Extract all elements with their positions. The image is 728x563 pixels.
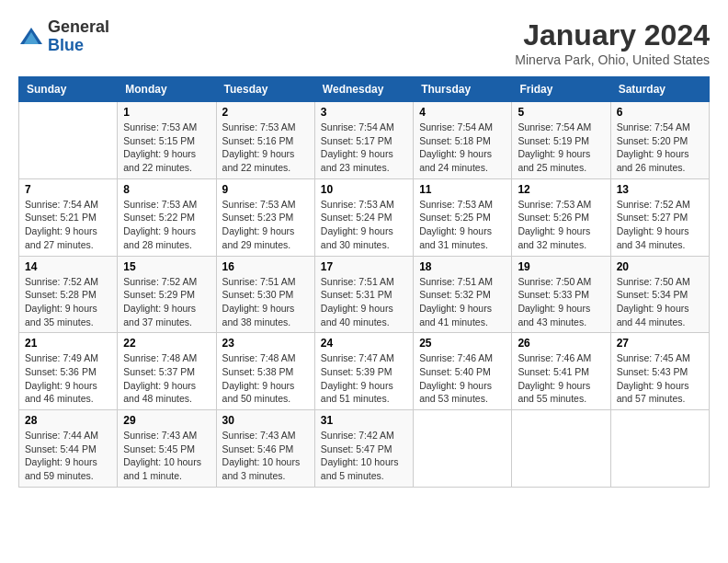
day-info: Sunrise: 7:51 AMSunset: 5:30 PMDaylight:… (222, 275, 309, 329)
day-number: 11 (419, 183, 506, 196)
day-number: 17 (321, 260, 407, 273)
day-info: Sunrise: 7:50 AMSunset: 5:34 PMDaylight:… (617, 275, 703, 329)
day-number: 4 (419, 106, 506, 119)
header-cell-tuesday: Tuesday (216, 77, 314, 102)
day-cell: 24Sunrise: 7:47 AMSunset: 5:39 PMDayligh… (314, 333, 413, 410)
day-number: 15 (123, 260, 210, 273)
calendar-table: SundayMondayTuesdayWednesdayThursdayFrid… (18, 76, 710, 488)
day-cell: 27Sunrise: 7:45 AMSunset: 5:43 PMDayligh… (610, 333, 709, 410)
day-number: 19 (518, 260, 604, 273)
logo-blue-text: Blue (48, 36, 84, 54)
day-info: Sunrise: 7:54 AMSunset: 5:17 PMDaylight:… (321, 121, 407, 175)
day-cell: 7Sunrise: 7:54 AMSunset: 5:21 PMDaylight… (19, 178, 118, 256)
day-info: Sunrise: 7:53 AMSunset: 5:26 PMDaylight:… (518, 198, 604, 252)
day-info: Sunrise: 7:46 AMSunset: 5:40 PMDaylight:… (419, 351, 506, 406)
day-info: Sunrise: 7:53 AMSunset: 5:25 PMDaylight:… (419, 198, 506, 252)
day-number: 7 (25, 183, 111, 196)
day-info: Sunrise: 7:52 AMSunset: 5:27 PMDaylight:… (617, 198, 703, 252)
day-info: Sunrise: 7:53 AMSunset: 5:22 PMDaylight:… (123, 198, 210, 252)
header: General Blue January 2024 Minerva Park, … (18, 18, 710, 67)
week-row-2: 14Sunrise: 7:52 AMSunset: 5:28 PMDayligh… (19, 256, 710, 333)
day-cell: 23Sunrise: 7:48 AMSunset: 5:38 PMDayligh… (216, 333, 314, 410)
day-number: 5 (518, 106, 604, 119)
day-cell: 8Sunrise: 7:53 AMSunset: 5:22 PMDaylight… (118, 178, 216, 256)
day-info: Sunrise: 7:50 AMSunset: 5:33 PMDaylight:… (518, 275, 604, 329)
day-info: Sunrise: 7:43 AMSunset: 5:46 PMDaylight:… (222, 429, 309, 483)
week-row-4: 28Sunrise: 7:44 AMSunset: 5:44 PMDayligh… (19, 410, 710, 488)
day-cell (414, 410, 512, 488)
day-number: 28 (25, 414, 111, 427)
day-number: 3 (321, 106, 407, 119)
day-cell: 14Sunrise: 7:52 AMSunset: 5:28 PMDayligh… (19, 256, 118, 333)
day-info: Sunrise: 7:46 AMSunset: 5:41 PMDaylight:… (518, 351, 604, 406)
day-cell: 5Sunrise: 7:54 AMSunset: 5:19 PMDaylight… (512, 102, 610, 179)
day-info: Sunrise: 7:51 AMSunset: 5:32 PMDaylight:… (419, 275, 506, 329)
day-info: Sunrise: 7:45 AMSunset: 5:43 PMDaylight:… (617, 351, 703, 406)
day-cell: 29Sunrise: 7:43 AMSunset: 5:45 PMDayligh… (118, 410, 216, 488)
header-cell-monday: Monday (118, 77, 216, 102)
day-info: Sunrise: 7:48 AMSunset: 5:37 PMDaylight:… (123, 351, 210, 406)
day-info: Sunrise: 7:51 AMSunset: 5:31 PMDaylight:… (321, 275, 407, 329)
day-number: 6 (617, 106, 703, 119)
day-number: 8 (123, 183, 210, 196)
day-info: Sunrise: 7:47 AMSunset: 5:39 PMDaylight:… (321, 351, 407, 406)
day-number: 23 (222, 337, 309, 350)
logo-general-text: General (48, 17, 109, 36)
calendar-title: January 2024 (515, 18, 710, 52)
header-cell-thursday: Thursday (414, 77, 512, 102)
day-number: 1 (123, 106, 210, 119)
day-info: Sunrise: 7:54 AMSunset: 5:19 PMDaylight:… (518, 121, 604, 175)
day-cell: 28Sunrise: 7:44 AMSunset: 5:44 PMDayligh… (19, 410, 118, 488)
day-cell: 18Sunrise: 7:51 AMSunset: 5:32 PMDayligh… (414, 256, 512, 333)
week-row-3: 21Sunrise: 7:49 AMSunset: 5:36 PMDayligh… (19, 333, 710, 410)
day-number: 27 (617, 337, 703, 350)
day-number: 22 (123, 337, 210, 350)
day-info: Sunrise: 7:48 AMSunset: 5:38 PMDaylight:… (222, 351, 309, 406)
day-number: 2 (222, 106, 309, 119)
day-number: 29 (123, 414, 210, 427)
header-row: SundayMondayTuesdayWednesdayThursdayFrid… (19, 77, 710, 102)
day-info: Sunrise: 7:49 AMSunset: 5:36 PMDaylight:… (25, 351, 111, 406)
day-info: Sunrise: 7:43 AMSunset: 5:45 PMDaylight:… (123, 429, 210, 483)
day-cell (610, 410, 709, 488)
logo: General Blue (18, 18, 109, 55)
day-number: 13 (617, 183, 703, 196)
day-cell (512, 410, 610, 488)
day-info: Sunrise: 7:52 AMSunset: 5:29 PMDaylight:… (123, 275, 210, 329)
day-cell (19, 102, 118, 179)
day-cell: 16Sunrise: 7:51 AMSunset: 5:30 PMDayligh… (216, 256, 314, 333)
week-row-1: 7Sunrise: 7:54 AMSunset: 5:21 PMDaylight… (19, 178, 710, 256)
day-info: Sunrise: 7:53 AMSunset: 5:15 PMDaylight:… (123, 121, 210, 175)
logo-icon (18, 24, 44, 50)
day-cell: 12Sunrise: 7:53 AMSunset: 5:26 PMDayligh… (512, 178, 610, 256)
day-cell: 15Sunrise: 7:52 AMSunset: 5:29 PMDayligh… (118, 256, 216, 333)
day-cell: 17Sunrise: 7:51 AMSunset: 5:31 PMDayligh… (314, 256, 413, 333)
calendar-subtitle: Minerva Park, Ohio, United States (515, 52, 710, 67)
day-number: 21 (25, 337, 111, 350)
day-info: Sunrise: 7:52 AMSunset: 5:28 PMDaylight:… (25, 275, 111, 329)
header-cell-friday: Friday (512, 77, 610, 102)
title-area: January 2024 Minerva Park, Ohio, United … (515, 18, 710, 67)
day-cell: 4Sunrise: 7:54 AMSunset: 5:18 PMDaylight… (414, 102, 512, 179)
day-cell: 10Sunrise: 7:53 AMSunset: 5:24 PMDayligh… (314, 178, 413, 256)
day-cell: 1Sunrise: 7:53 AMSunset: 5:15 PMDaylight… (118, 102, 216, 179)
day-cell: 25Sunrise: 7:46 AMSunset: 5:40 PMDayligh… (414, 333, 512, 410)
day-cell: 6Sunrise: 7:54 AMSunset: 5:20 PMDaylight… (610, 102, 709, 179)
day-number: 24 (321, 337, 407, 350)
day-number: 14 (25, 260, 111, 273)
day-cell: 19Sunrise: 7:50 AMSunset: 5:33 PMDayligh… (512, 256, 610, 333)
header-cell-wednesday: Wednesday (314, 77, 413, 102)
day-number: 31 (321, 414, 407, 427)
day-cell: 31Sunrise: 7:42 AMSunset: 5:47 PMDayligh… (314, 410, 413, 488)
day-info: Sunrise: 7:42 AMSunset: 5:47 PMDaylight:… (321, 429, 407, 483)
day-number: 25 (419, 337, 506, 350)
day-cell: 13Sunrise: 7:52 AMSunset: 5:27 PMDayligh… (610, 178, 709, 256)
day-cell: 21Sunrise: 7:49 AMSunset: 5:36 PMDayligh… (19, 333, 118, 410)
day-number: 18 (419, 260, 506, 273)
day-info: Sunrise: 7:53 AMSunset: 5:23 PMDaylight:… (222, 198, 309, 252)
day-info: Sunrise: 7:54 AMSunset: 5:20 PMDaylight:… (617, 121, 703, 175)
day-cell: 30Sunrise: 7:43 AMSunset: 5:46 PMDayligh… (216, 410, 314, 488)
day-cell: 20Sunrise: 7:50 AMSunset: 5:34 PMDayligh… (610, 256, 709, 333)
day-info: Sunrise: 7:53 AMSunset: 5:24 PMDaylight:… (321, 198, 407, 252)
day-info: Sunrise: 7:54 AMSunset: 5:21 PMDaylight:… (25, 198, 111, 252)
